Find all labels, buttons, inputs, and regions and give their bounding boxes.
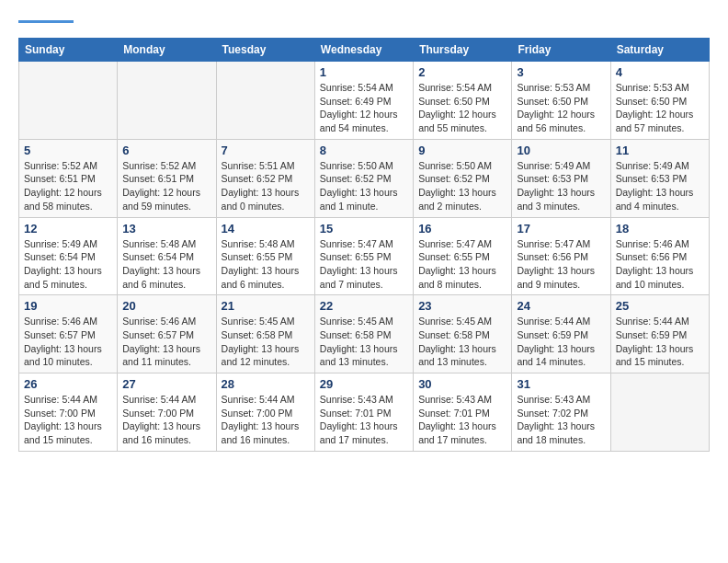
calendar-week-row: 5Sunrise: 5:52 AMSunset: 6:51 PMDaylight… [19, 139, 710, 217]
calendar-day-cell: 26Sunrise: 5:44 AMSunset: 7:00 PMDayligh… [19, 373, 118, 452]
calendar-day-cell: 3Sunrise: 5:53 AMSunset: 6:50 PMDaylight… [512, 62, 610, 140]
day-info: Sunrise: 5:48 AMSunset: 6:55 PMDaylight:… [222, 237, 310, 292]
day-number: 13 [122, 222, 210, 236]
day-info: Sunrise: 5:45 AMSunset: 6:58 PMDaylight:… [418, 315, 506, 369]
day-number: 19 [24, 299, 112, 313]
day-info: Sunrise: 5:43 AMSunset: 7:02 PMDaylight:… [517, 393, 605, 447]
day-of-week-header: Saturday [610, 39, 709, 62]
calendar-day-cell [216, 62, 314, 140]
calendar-day-cell: 12Sunrise: 5:49 AMSunset: 6:54 PMDayligh… [19, 217, 118, 295]
calendar-day-cell [118, 62, 216, 140]
day-info: Sunrise: 5:52 AMSunset: 6:51 PMDaylight:… [122, 159, 210, 213]
calendar-day-cell: 20Sunrise: 5:46 AMSunset: 6:57 PMDayligh… [118, 295, 216, 373]
calendar-day-cell: 25Sunrise: 5:44 AMSunset: 6:59 PMDayligh… [610, 295, 709, 373]
day-info: Sunrise: 5:43 AMSunset: 7:01 PMDaylight:… [418, 393, 506, 447]
day-info: Sunrise: 5:54 AMSunset: 6:49 PMDaylight:… [320, 81, 408, 135]
calendar-day-cell: 6Sunrise: 5:52 AMSunset: 6:51 PMDaylight… [118, 139, 216, 217]
calendar-day-cell: 4Sunrise: 5:53 AMSunset: 6:50 PMDaylight… [610, 62, 709, 140]
calendar-day-cell: 10Sunrise: 5:49 AMSunset: 6:53 PMDayligh… [512, 139, 610, 217]
day-number: 2 [418, 65, 506, 79]
day-info: Sunrise: 5:43 AMSunset: 7:01 PMDaylight:… [320, 393, 408, 447]
day-info: Sunrise: 5:49 AMSunset: 6:53 PMDaylight:… [616, 159, 704, 213]
calendar-day-cell: 14Sunrise: 5:48 AMSunset: 6:55 PMDayligh… [216, 217, 314, 295]
day-number: 28 [222, 377, 310, 391]
day-info: Sunrise: 5:47 AMSunset: 6:55 PMDaylight:… [320, 237, 408, 292]
calendar-day-cell: 30Sunrise: 5:43 AMSunset: 7:01 PMDayligh… [414, 373, 512, 452]
calendar-day-cell: 19Sunrise: 5:46 AMSunset: 6:57 PMDayligh… [19, 295, 118, 373]
calendar-day-cell: 5Sunrise: 5:52 AMSunset: 6:51 PMDaylight… [19, 139, 118, 217]
calendar-day-cell: 28Sunrise: 5:44 AMSunset: 7:00 PMDayligh… [216, 373, 314, 452]
day-info: Sunrise: 5:46 AMSunset: 6:56 PMDaylight:… [616, 237, 704, 292]
day-info: Sunrise: 5:44 AMSunset: 7:00 PMDaylight:… [122, 393, 210, 447]
calendar-day-cell: 22Sunrise: 5:45 AMSunset: 6:58 PMDayligh… [314, 295, 413, 373]
day-number: 9 [418, 144, 506, 157]
day-of-week-header: Tuesday [216, 39, 314, 62]
day-info: Sunrise: 5:45 AMSunset: 6:58 PMDaylight:… [320, 315, 408, 369]
day-info: Sunrise: 5:52 AMSunset: 6:51 PMDaylight:… [24, 159, 112, 213]
day-number: 17 [517, 222, 605, 236]
calendar-table: SundayMondayTuesdayWednesdayThursdayFrid… [18, 38, 710, 452]
day-number: 18 [616, 222, 704, 236]
day-number: 12 [24, 222, 112, 236]
day-number: 22 [320, 299, 408, 313]
day-of-week-header: Sunday [19, 39, 118, 62]
calendar-day-cell: 1Sunrise: 5:54 AMSunset: 6:49 PMDaylight… [314, 62, 413, 140]
calendar-day-cell: 18Sunrise: 5:46 AMSunset: 6:56 PMDayligh… [610, 217, 709, 295]
day-info: Sunrise: 5:48 AMSunset: 6:54 PMDaylight:… [122, 237, 210, 292]
day-number: 5 [24, 144, 112, 157]
day-of-week-header: Monday [118, 39, 216, 62]
day-info: Sunrise: 5:49 AMSunset: 6:54 PMDaylight:… [24, 237, 112, 292]
day-number: 14 [222, 222, 310, 236]
day-number: 8 [320, 144, 408, 157]
calendar-day-cell: 2Sunrise: 5:54 AMSunset: 6:50 PMDaylight… [414, 62, 512, 140]
day-number: 3 [517, 65, 605, 79]
day-info: Sunrise: 5:50 AMSunset: 6:52 PMDaylight:… [418, 159, 506, 213]
calendar-day-cell: 7Sunrise: 5:51 AMSunset: 6:52 PMDaylight… [216, 139, 314, 217]
day-info: Sunrise: 5:50 AMSunset: 6:52 PMDaylight:… [320, 159, 408, 213]
calendar-week-row: 12Sunrise: 5:49 AMSunset: 6:54 PMDayligh… [19, 217, 710, 295]
day-number: 11 [616, 144, 704, 157]
calendar-day-cell: 9Sunrise: 5:50 AMSunset: 6:52 PMDaylight… [414, 139, 512, 217]
day-of-week-header: Thursday [414, 39, 512, 62]
calendar-day-cell: 23Sunrise: 5:45 AMSunset: 6:58 PMDayligh… [414, 295, 512, 373]
calendar-day-cell: 21Sunrise: 5:45 AMSunset: 6:58 PMDayligh… [216, 295, 314, 373]
day-number: 20 [122, 299, 210, 313]
day-info: Sunrise: 5:44 AMSunset: 6:59 PMDaylight:… [616, 315, 704, 369]
page-header [18, 18, 710, 23]
day-of-week-header: Friday [512, 39, 610, 62]
day-number: 15 [320, 222, 408, 236]
day-info: Sunrise: 5:44 AMSunset: 6:59 PMDaylight:… [517, 315, 605, 369]
day-info: Sunrise: 5:49 AMSunset: 6:53 PMDaylight:… [517, 159, 605, 213]
day-number: 16 [418, 222, 506, 236]
day-number: 31 [517, 377, 605, 391]
calendar-day-cell: 17Sunrise: 5:47 AMSunset: 6:56 PMDayligh… [512, 217, 610, 295]
calendar-day-cell: 15Sunrise: 5:47 AMSunset: 6:55 PMDayligh… [314, 217, 413, 295]
day-info: Sunrise: 5:53 AMSunset: 6:50 PMDaylight:… [517, 81, 605, 135]
day-info: Sunrise: 5:46 AMSunset: 6:57 PMDaylight:… [24, 315, 112, 369]
calendar-day-cell: 24Sunrise: 5:44 AMSunset: 6:59 PMDayligh… [512, 295, 610, 373]
calendar-day-cell: 16Sunrise: 5:47 AMSunset: 6:55 PMDayligh… [414, 217, 512, 295]
day-number: 25 [616, 299, 704, 313]
day-number: 10 [517, 144, 605, 157]
calendar-day-cell: 27Sunrise: 5:44 AMSunset: 7:00 PMDayligh… [118, 373, 216, 452]
day-number: 24 [517, 299, 605, 313]
calendar-week-row: 26Sunrise: 5:44 AMSunset: 7:00 PMDayligh… [19, 373, 710, 452]
day-of-week-header: Wednesday [314, 39, 413, 62]
day-info: Sunrise: 5:47 AMSunset: 6:55 PMDaylight:… [418, 237, 506, 292]
day-number: 29 [320, 377, 408, 391]
day-info: Sunrise: 5:51 AMSunset: 6:52 PMDaylight:… [222, 159, 310, 213]
day-number: 27 [122, 377, 210, 391]
day-number: 1 [320, 65, 408, 79]
day-info: Sunrise: 5:44 AMSunset: 7:00 PMDaylight:… [222, 393, 310, 447]
day-number: 7 [222, 144, 310, 157]
logo [18, 18, 74, 23]
day-info: Sunrise: 5:53 AMSunset: 6:50 PMDaylight:… [616, 81, 704, 135]
day-info: Sunrise: 5:44 AMSunset: 7:00 PMDaylight:… [24, 393, 112, 447]
calendar-day-cell: 13Sunrise: 5:48 AMSunset: 6:54 PMDayligh… [118, 217, 216, 295]
calendar-day-cell [610, 373, 709, 452]
calendar-day-cell: 8Sunrise: 5:50 AMSunset: 6:52 PMDaylight… [314, 139, 413, 217]
calendar-week-row: 1Sunrise: 5:54 AMSunset: 6:49 PMDaylight… [19, 62, 710, 140]
day-number: 26 [24, 377, 112, 391]
calendar-day-cell: 11Sunrise: 5:49 AMSunset: 6:53 PMDayligh… [610, 139, 709, 217]
calendar-header-row: SundayMondayTuesdayWednesdayThursdayFrid… [19, 39, 710, 62]
